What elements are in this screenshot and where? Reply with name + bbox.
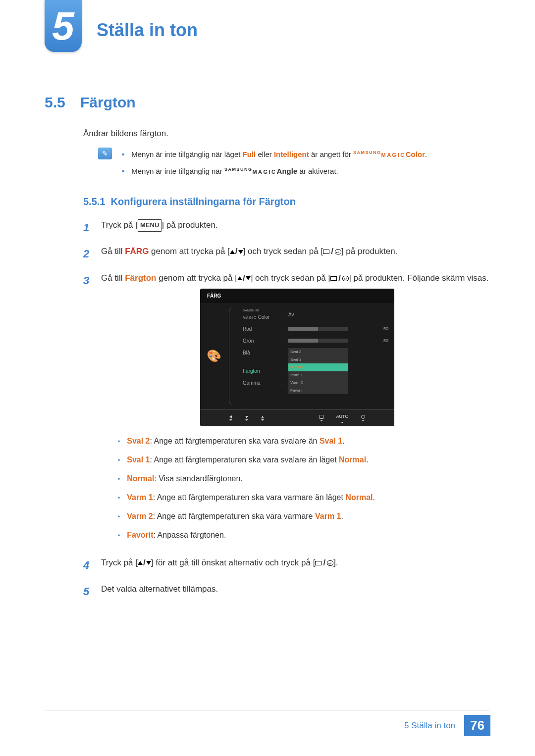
option-item: •Sval 2: Ange att färgtemperaturen ska v… bbox=[118, 435, 489, 447]
section-title: Färgton bbox=[80, 94, 136, 110]
note-text: . bbox=[425, 150, 427, 158]
option-text: : Ange att färgtemperaturen ska vara sva… bbox=[150, 455, 339, 464]
step-text: ] på produkten. bbox=[161, 220, 217, 230]
option-name: Sval 2 bbox=[127, 437, 150, 445]
option-item: •Varm 2: Ange att färgtemperaturen ska v… bbox=[118, 510, 489, 522]
osd-slider bbox=[288, 339, 348, 343]
up-down-icon: / bbox=[237, 271, 251, 286]
option-name: Sval 1 bbox=[127, 455, 150, 464]
osd-label-text: Röd bbox=[243, 325, 277, 333]
subsection-heading: 5.5.1 Konfigurera inställningarna för Fä… bbox=[83, 196, 490, 207]
osd-title: FÄRG bbox=[200, 289, 394, 303]
keyword-fargton: Färgton bbox=[125, 273, 156, 283]
osd-nav-up-icon bbox=[261, 416, 264, 421]
section-number: 5.5 bbox=[45, 94, 80, 111]
enter-icon: / bbox=[315, 556, 333, 570]
note-text: är angett för bbox=[309, 150, 353, 158]
option-text: : Ange att färgtemperaturen ska vara var… bbox=[153, 493, 346, 502]
note-text: Menyn är inte tillgänglig när bbox=[131, 167, 224, 175]
step-number: 2 bbox=[83, 245, 93, 263]
note-text: Menyn är inte tillgänglig när läget bbox=[131, 150, 242, 158]
keyword-farg: FÄRG bbox=[125, 247, 149, 256]
menu-button-label: MENU bbox=[138, 219, 161, 231]
osd-value: 50 bbox=[383, 325, 388, 333]
step-text: ] och tryck sedan på [ bbox=[251, 273, 331, 283]
page-footer: 5 Ställa in ton 76 bbox=[404, 715, 490, 736]
osd-nav-down-icon bbox=[245, 416, 248, 421]
subsection-number: 5.5.1 bbox=[83, 196, 105, 207]
step-text: genom att trycka på [ bbox=[149, 247, 229, 256]
brand-magic: MAGIC bbox=[381, 152, 406, 158]
osd-label-text: Grön bbox=[243, 337, 277, 345]
step-4: 4 Tryck på [/] för att gå till önskat al… bbox=[83, 556, 490, 574]
osd-row-tone: Färgton : bbox=[243, 367, 388, 375]
option-ref: Normal bbox=[345, 493, 373, 502]
page-number: 76 bbox=[464, 715, 490, 736]
step-number: 4 bbox=[83, 556, 93, 574]
step-text: Gå till bbox=[101, 273, 125, 283]
step-text: Tryck på [ bbox=[101, 220, 138, 230]
osd-label-text: Blå bbox=[243, 349, 277, 357]
osd-value: Av bbox=[288, 310, 294, 319]
option-item: •Varm 1: Ange att färgtemperaturen ska v… bbox=[118, 492, 489, 504]
step-2: 2 Gå till FÄRG genom att trycka på [/] o… bbox=[83, 245, 490, 263]
footer-rule bbox=[45, 710, 490, 710]
osd-label-highlighted: Färgton bbox=[243, 367, 277, 375]
brand-samsung: SAMSUNG bbox=[353, 150, 381, 155]
osd-label-text: Gamma bbox=[243, 379, 277, 387]
osd-nav-left-icon bbox=[229, 415, 232, 421]
step-text: ] och tryck sedan på [ bbox=[243, 247, 323, 256]
option-item: •Sval 1: Ange att färgtemperaturen ska v… bbox=[118, 454, 489, 466]
step-text: ]. bbox=[333, 558, 338, 567]
section-heading: 5.5Färgton bbox=[45, 94, 490, 111]
step-1: 1 Tryck på [MENU] på produkten. bbox=[83, 218, 490, 237]
section-intro: Ändrar bildens färgton. bbox=[83, 129, 490, 139]
subsection-title: Konfigurera inställningarna för Färgton bbox=[111, 196, 296, 207]
keyword-full: Full bbox=[243, 150, 256, 158]
note-item: • Menyn är inte tillgänglig när läget Fu… bbox=[122, 149, 427, 160]
osd-option: Sval 1 bbox=[288, 356, 348, 364]
step-text: ] på produkten. Följande skärm visas. bbox=[349, 273, 489, 283]
note-text: är aktiverat. bbox=[297, 167, 338, 175]
option-name: Varm 1 bbox=[127, 493, 153, 502]
osd-power-icon bbox=[361, 415, 365, 421]
chapter-number-badge: 5 bbox=[45, 0, 82, 52]
osd-screenshot: FÄRG 🎨 SAMSUNGMAGIC Color : bbox=[200, 289, 394, 426]
bullet-dot: • bbox=[122, 149, 124, 160]
step-number: 3 bbox=[83, 271, 93, 548]
osd-footer: AUTO bbox=[200, 409, 394, 426]
step-5: 5 Det valda alternativet tillämpas. bbox=[83, 582, 490, 601]
option-ref: Normal bbox=[339, 455, 366, 464]
step-text: ] på produkten. bbox=[341, 247, 397, 256]
option-name: Normal bbox=[127, 474, 154, 483]
option-name: Varm 2 bbox=[127, 512, 153, 520]
option-text: : Visa standardfärgtonen. bbox=[154, 474, 243, 483]
osd-row-red: Röd : 50 bbox=[243, 325, 388, 333]
enter-icon: / bbox=[323, 245, 341, 259]
option-text: : Ange att färgtemperaturen ska vara sva… bbox=[150, 437, 319, 445]
note-text: eller bbox=[256, 150, 274, 158]
osd-magic: MAGIC bbox=[243, 316, 257, 319]
note-icon: ✎ bbox=[98, 148, 112, 159]
osd-row-magic-color: SAMSUNGMAGIC Color : Av bbox=[243, 308, 388, 321]
option-ref: Varm 1 bbox=[315, 512, 341, 520]
option-name: Favorit bbox=[127, 531, 153, 539]
option-text: : Ange att färgtemperaturen ska vara var… bbox=[153, 512, 315, 520]
enter-icon: / bbox=[330, 271, 349, 286]
step-number: 1 bbox=[83, 218, 93, 237]
chapter-title: Ställa in ton bbox=[97, 20, 198, 41]
bullet-dot: • bbox=[122, 165, 124, 177]
option-ref: Sval 1 bbox=[320, 437, 342, 445]
step-text: Gå till bbox=[101, 247, 125, 256]
osd-label-text: Color bbox=[257, 314, 270, 320]
note-item: • Menyn är inte tillgänglig när SAMSUNGM… bbox=[122, 165, 427, 177]
step-number: 5 bbox=[83, 582, 93, 601]
osd-row-gamma: Gamma : bbox=[243, 379, 388, 387]
step-text: genom att trycka på [ bbox=[156, 273, 237, 283]
osd-row-green: Grön : 50 bbox=[243, 337, 388, 345]
osd-brand: SAMSUNG bbox=[243, 308, 277, 313]
up-down-icon: / bbox=[138, 556, 151, 570]
footer-chapter-ref: 5 Ställa in ton bbox=[404, 721, 455, 731]
step-text: Det valda alternativet tillämpas. bbox=[101, 582, 218, 601]
step-text: Tryck på [ bbox=[101, 558, 138, 567]
